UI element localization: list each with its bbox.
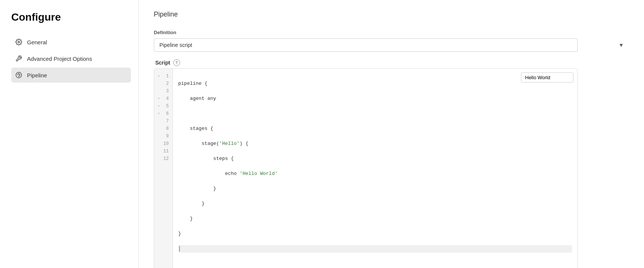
code-line-3 — [178, 110, 572, 117]
script-label: Script — [155, 60, 170, 66]
sidebar: Configure General Advanced Project Opti — [0, 0, 139, 268]
code-editor: Hello World GitHub + Maven ▾1 2 3 — [154, 68, 578, 268]
code-line-12: │ — [178, 245, 572, 253]
code-line-6: steps { — [178, 155, 572, 163]
sidebar-title: Configure — [11, 11, 138, 23]
code-line-10: } — [178, 215, 572, 223]
line-num-6: ▾6 — [154, 110, 173, 117]
code-line-8: } — [178, 185, 572, 193]
line-num-1: ▾1 — [154, 72, 173, 80]
code-line-2: agent any — [178, 95, 572, 102]
line-num-12: 12 — [154, 155, 173, 163]
line-num-7: 7 — [154, 117, 173, 125]
try-sample-select[interactable]: Hello World GitHub + Maven — [521, 72, 573, 83]
sidebar-item-advanced[interactable]: Advanced Project Options — [11, 51, 131, 66]
script-help-icon[interactable]: ? — [173, 59, 180, 66]
code-line-4: stages { — [178, 125, 572, 132]
line-num-8: 8 — [154, 125, 173, 132]
definition-dropdown-wrapper: Pipeline script Pipeline script from SCM… — [154, 38, 629, 52]
code-line-7: echo 'Hello World' — [178, 170, 572, 178]
line-num-10: 10 — [154, 140, 173, 148]
sidebar-item-label-general: General — [27, 39, 47, 45]
code-line-11: } — [178, 230, 572, 238]
definition-label: Definition — [154, 30, 629, 35]
code-line-9: } — [178, 200, 572, 208]
main-content: Pipeline Definition Pipeline script Pipe… — [139, 0, 644, 268]
line-num-9: 9 — [154, 132, 173, 140]
pipeline-icon — [15, 71, 23, 79]
sidebar-item-label-pipeline: Pipeline — [27, 72, 47, 78]
line-num-5: ▾5 — [154, 102, 173, 110]
sidebar-item-general[interactable]: General — [11, 35, 131, 50]
sidebar-item-pipeline[interactable]: Pipeline — [11, 68, 131, 83]
sidebar-navigation: General Advanced Project Options — [11, 35, 138, 83]
code-line-1: pipeline { — [178, 80, 572, 87]
gear-icon — [15, 38, 23, 46]
line-num-3: 3 — [154, 87, 173, 95]
code-line-5: stage('Hello') { — [178, 140, 572, 148]
definition-select[interactable]: Pipeline script Pipeline script from SCM — [154, 38, 578, 52]
line-numbers: ▾1 2 3 ▾4 ▾5 ▾6 — [154, 69, 173, 268]
line-num-2: 2 — [154, 80, 173, 87]
chevron-down-icon: ▼ — [618, 42, 624, 48]
page-title: Pipeline — [154, 11, 629, 18]
code-content[interactable]: pipeline { agent any stages { stage('Hel… — [173, 69, 577, 268]
script-header: Script ? — [154, 59, 629, 66]
wrench-icon — [15, 55, 23, 62]
sidebar-item-label-advanced: Advanced Project Options — [27, 56, 92, 62]
code-area[interactable]: ▾1 2 3 ▾4 ▾5 ▾6 — [154, 69, 577, 268]
line-num-4: ▾4 — [154, 95, 173, 102]
line-num-11: 11 — [154, 148, 173, 155]
svg-point-0 — [18, 41, 20, 43]
